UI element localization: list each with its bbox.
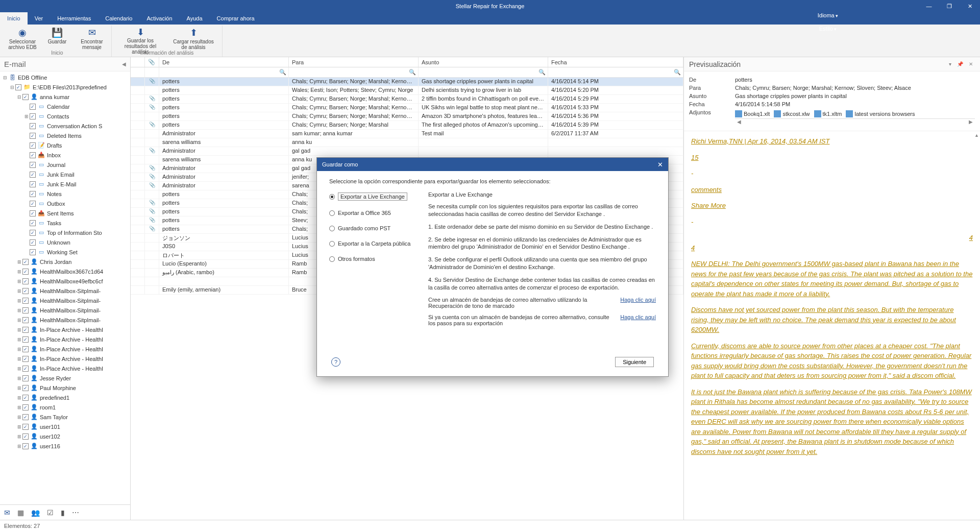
tree-mailbox-in-place-archive-healthi[interactable]: ⊞✓👤In-Place Archive - HealthI <box>0 344 130 354</box>
expand-icon[interactable]: ⊞ <box>16 327 22 332</box>
expand-icon[interactable]: ⊟ <box>2 75 8 80</box>
tree-mailbox-healthmailbox-sitpimail-[interactable]: ⊞✓👤HealthMailbox-SitpImail- <box>0 305 130 315</box>
tree-folder-deleted-items[interactable]: ✓▭Deleted Items <box>0 131 130 140</box>
tree-folder-outbox[interactable]: ✓▭Outbox <box>0 199 130 208</box>
tree-mailbox-user102[interactable]: ⊞✓👤user102 <box>0 431 130 441</box>
tree-folder-sent-items[interactable]: ✓📤Sent Items <box>0 208 130 218</box>
tree-mailbox-chris-jordan[interactable]: ⊞✓👤Chris Jordan <box>0 257 130 267</box>
tree-folder-inbox[interactable]: ✓📥Inbox <box>0 150 130 160</box>
expand-icon[interactable]: ⊞ <box>16 405 22 410</box>
tree-folder-tasks[interactable]: ✓▭Tasks <box>0 218 130 228</box>
tree-folder-conversation-action-s[interactable]: ✓▭Conversation Action S <box>0 121 130 131</box>
tree-mailbox-in-place-archive-healthi[interactable]: ⊞✓👤In-Place Archive - HealthI <box>0 364 130 373</box>
checkbox[interactable]: ✓ <box>15 84 21 90</box>
tree-folder-calendar[interactable]: ✓▭Calendar <box>0 102 130 111</box>
grid-header-fecha[interactable]: Fecha <box>548 57 683 67</box>
tree-root-edb[interactable]: ⊟🗄EDB Offline <box>0 73 130 82</box>
checkbox[interactable]: ✓ <box>22 395 29 401</box>
checkbox[interactable]: ✓ <box>22 278 29 284</box>
tree-folder-top-of-information-sto[interactable]: ✓▭Top of Information Sto <box>0 228 130 237</box>
expand-icon[interactable]: ⊞ <box>16 444 22 449</box>
checkbox[interactable]: ✓ <box>22 375 29 381</box>
dialog-link2[interactable]: Haga clic aquí <box>620 314 656 326</box>
guardar-resultados-button[interactable]: ⬇ Guardar los resultados del análisis <box>116 26 165 50</box>
attachments-scrollbar[interactable]: ◀▶ <box>735 118 975 126</box>
body-comments-link[interactable]: comments <box>691 185 973 195</box>
checkbox[interactable]: ✓ <box>22 385 29 391</box>
checkbox[interactable]: ✓ <box>30 104 36 110</box>
scroll-up-icon[interactable]: ▲ <box>974 132 979 139</box>
checkbox[interactable]: ✓ <box>30 172 36 178</box>
tree-folder-unknown[interactable]: ✓▭Unknown <box>0 237 130 247</box>
checkbox[interactable]: ✓ <box>22 336 29 343</box>
tree-mailbox-predefined1[interactable]: ⊞✓👤predefined1 <box>0 393 130 402</box>
checkbox[interactable]: ✓ <box>30 220 36 226</box>
dialog-close-button[interactable]: ✕ <box>657 161 663 168</box>
expand-icon[interactable]: ⊞ <box>16 347 22 352</box>
tree-mailbox-healthmailboxe49efbc6cf[interactable]: ⊞✓👤HealthMailboxe49efbc6cf <box>0 276 130 286</box>
checkbox[interactable]: ✓ <box>30 181 36 187</box>
checkbox[interactable]: ✓ <box>22 443 29 449</box>
checkbox[interactable]: ✓ <box>30 230 36 236</box>
expand-icon[interactable]: ⊞ <box>16 308 22 313</box>
tasks-nav-icon[interactable]: ☑ <box>47 509 54 517</box>
filter-asunto[interactable]: 🔍 <box>419 67 548 77</box>
close-button[interactable]: ✕ <box>960 0 980 12</box>
checkbox[interactable]: ✓ <box>22 346 29 352</box>
mailbox-tree[interactable]: ⊟🗄EDB Offline⊟✓📁E:\EDB Files\2013\predef… <box>0 71 130 504</box>
contacts-nav-icon[interactable]: 👥 <box>31 509 40 517</box>
expand-icon[interactable]: ⊞ <box>16 376 22 381</box>
minimize-button[interactable]: — <box>919 0 939 12</box>
checkbox[interactable]: ✓ <box>22 424 29 430</box>
option-carpeta-publica[interactable]: Exportar a la Carpeta pública <box>329 240 416 247</box>
tree-mailbox-room1[interactable]: ⊞✓👤room1 <box>0 402 130 412</box>
checkbox[interactable]: ✓ <box>30 201 36 207</box>
grid-header-de[interactable]: De <box>159 57 289 67</box>
checkbox[interactable]: ✓ <box>30 210 36 216</box>
tab-comprar[interactable]: Comprar ahora <box>210 12 262 25</box>
expand-icon[interactable]: ⊞ <box>16 424 22 429</box>
expand-icon[interactable]: ⊞ <box>16 356 22 361</box>
tree-mailbox-sam-taylor[interactable]: ⊞✓👤Sam Taylor <box>0 412 130 422</box>
attachment-item[interactable]: tk1.xltm <box>814 110 842 117</box>
tab-calendario[interactable]: Calendario <box>98 12 139 25</box>
filter-fecha[interactable]: 🔍 <box>548 67 683 77</box>
attachment-item[interactable]: stkcost.xlw <box>774 110 810 117</box>
tree-mailbox-paul-morphine[interactable]: ⊞✓👤Paul Morphine <box>0 383 130 393</box>
expand-icon[interactable]: ⊞ <box>16 279 22 284</box>
tree-folder-junk-email[interactable]: ✓▭Junk Email <box>0 170 130 179</box>
checkbox[interactable]: ✓ <box>30 191 36 197</box>
tree-folder-journal[interactable]: ✓▭Journal <box>0 160 130 170</box>
checkbox[interactable]: ✓ <box>22 433 29 440</box>
dialog-help-button[interactable]: ? <box>331 357 340 367</box>
checkbox[interactable]: ✓ <box>22 269 29 275</box>
message-row[interactable]: 📎Administratorgal gad <box>131 147 683 156</box>
guardar-button[interactable]: 💾 Guardar <box>42 26 72 50</box>
tree-folder-notes[interactable]: ✓▭Notes <box>0 189 130 199</box>
expand-icon[interactable]: ⊞ <box>16 337 22 342</box>
dialog-link1[interactable]: Haga clic aquí <box>620 297 656 309</box>
tree-folder-junk-e-mail[interactable]: ✓▭Junk E-Mail <box>0 179 130 189</box>
grid-header-flag[interactable] <box>131 57 145 67</box>
tree-mailbox-in-place-archive-healthi[interactable]: ⊞✓👤In-Place Archive - HealthI <box>0 354 130 364</box>
collapse-left-icon[interactable]: ◀ <box>122 61 126 67</box>
message-row[interactable]: sarena williamsanna ku <box>131 138 683 147</box>
message-row[interactable]: 📎pottersChals; Cymru; Barsen; Norge; Mar… <box>131 121 683 130</box>
option-otros[interactable]: Otros formatos <box>329 256 416 262</box>
checkbox[interactable]: ✓ <box>22 404 29 411</box>
checkbox[interactable]: ✓ <box>22 259 29 265</box>
checkbox[interactable]: ✓ <box>22 307 29 313</box>
tab-ayuda[interactable]: Ayuda <box>180 12 210 25</box>
preview-panel-controls[interactable]: ▾ 📌 ✕ <box>949 61 975 67</box>
tree-folder-contacts[interactable]: ⊞✓▭Contacts <box>0 111 130 121</box>
expand-icon[interactable]: ⊞ <box>16 385 22 391</box>
body-share-link[interactable]: Share More <box>691 201 973 211</box>
cargar-resultados-button[interactable]: ⬆ Cargar resultados de análisis <box>169 26 218 50</box>
expand-icon[interactable]: ⊞ <box>16 366 22 371</box>
tree-mailbox-user101[interactable]: ⊞✓👤user101 <box>0 422 130 431</box>
tree-folder-drafts[interactable]: ✓📝Drafts <box>0 140 130 150</box>
idioma-dropdown[interactable]: Idioma <box>818 12 839 18</box>
tree-folder-working-set[interactable]: ✓▭Working Set <box>0 247 130 257</box>
message-row[interactable]: pottersChals; Cymru; Barsen; Norge; Mars… <box>131 112 683 121</box>
tree-mailbox-healthmailbox-sitpimail-[interactable]: ⊞✓👤HealthMailbox-SitpImail- <box>0 286 130 296</box>
